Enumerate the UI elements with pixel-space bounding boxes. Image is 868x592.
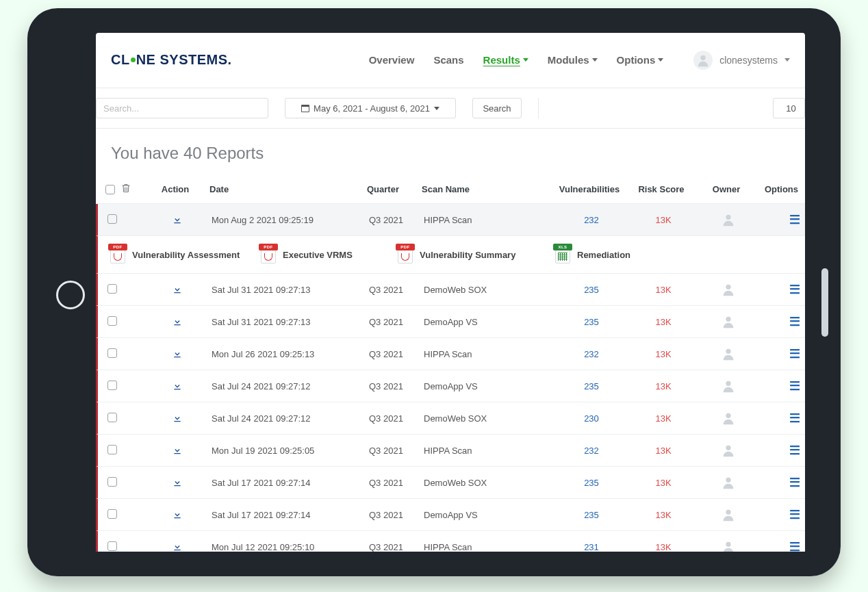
- select-all-checkbox[interactable]: [105, 185, 115, 194]
- main-nav: Overview Scans Results Modules Options: [369, 54, 664, 66]
- svg-point-4: [726, 349, 730, 354]
- row-options-button[interactable]: ☰: [759, 507, 805, 522]
- cell-scan-name: HIPPA Scan: [424, 215, 554, 225]
- svg-point-9: [726, 510, 730, 515]
- report-type-label: Executive VRMS: [283, 250, 353, 260]
- cell-scan-name: DemoWeb SOX: [424, 285, 554, 295]
- avatar-icon: [693, 51, 713, 70]
- cell-owner: [698, 212, 759, 227]
- row-options-button[interactable]: ☰: [759, 378, 805, 394]
- report-type-remediation[interactable]: Remediation: [555, 246, 692, 263]
- cell-owner: [698, 411, 759, 426]
- cell-vulnerabilities[interactable]: 235: [554, 317, 629, 327]
- row-options-button[interactable]: ☰: [759, 346, 805, 361]
- nav-scans[interactable]: Scans: [433, 54, 463, 66]
- download-button[interactable]: [143, 509, 212, 520]
- cell-risk-score: 13K: [629, 446, 698, 456]
- download-button[interactable]: [143, 381, 212, 391]
- cell-vulnerabilities[interactable]: 235: [554, 510, 629, 520]
- scrollbar[interactable]: [821, 268, 828, 337]
- row-options-button[interactable]: ☰: [759, 282, 805, 297]
- row-checkbox[interactable]: [107, 284, 117, 294]
- cell-vulnerabilities[interactable]: 235: [554, 381, 629, 391]
- row-checkbox[interactable]: [107, 477, 117, 487]
- download-button[interactable]: [143, 413, 212, 424]
- cell-risk-score: 13K: [629, 285, 698, 295]
- cell-scan-name: HIPPA Scan: [424, 446, 554, 456]
- row-options-button[interactable]: ☰: [759, 212, 805, 227]
- svg-point-6: [726, 413, 730, 418]
- cell-scan-name: DemoApp VS: [424, 317, 554, 327]
- nav-options[interactable]: Options: [617, 54, 664, 66]
- cell-owner: [698, 314, 759, 329]
- brand-logo: CLNE SYSTEMS.: [111, 52, 232, 68]
- date-range-picker[interactable]: May 6, 2021 - August 6, 2021: [285, 98, 456, 118]
- cell-vulnerabilities[interactable]: 235: [554, 285, 629, 295]
- nav-modules[interactable]: Modules: [548, 54, 598, 66]
- row-checkbox[interactable]: [107, 214, 117, 224]
- download-button[interactable]: [143, 445, 212, 456]
- cell-owner: [698, 539, 759, 552]
- col-risk-score: Risk Score: [627, 184, 695, 194]
- nav-results-label: Results: [483, 54, 520, 66]
- row-checkbox[interactable]: [107, 445, 117, 454]
- row-options-button[interactable]: ☰: [759, 411, 805, 426]
- cell-quarter: Q3 2021: [369, 446, 424, 456]
- row-options-button[interactable]: ☰: [759, 475, 805, 490]
- cell-quarter: Q3 2021: [369, 478, 424, 488]
- col-options: Options: [757, 184, 805, 194]
- row-checkbox[interactable]: [107, 381, 117, 390]
- search-input[interactable]: [96, 98, 268, 118]
- report-type-vuln-assessment[interactable]: Vulnerability Assessment: [110, 246, 261, 263]
- row-checkbox[interactable]: [107, 541, 117, 551]
- cell-vulnerabilities[interactable]: 231: [554, 542, 629, 552]
- user-menu[interactable]: clonesystems: [693, 51, 790, 70]
- report-type-vuln-summary[interactable]: Vulnerability Summary: [398, 246, 555, 263]
- svg-point-3: [726, 317, 730, 322]
- row-options-button[interactable]: ☰: [759, 539, 805, 552]
- cell-vulnerabilities[interactable]: 232: [554, 349, 629, 359]
- search-button[interactable]: Search: [472, 98, 522, 118]
- svg-point-1: [726, 215, 730, 220]
- device-home-button: [56, 281, 85, 309]
- nav-scans-label: Scans: [433, 54, 463, 66]
- cell-vulnerabilities[interactable]: 232: [554, 215, 629, 225]
- report-type-exec-vrms[interactable]: Executive VRMS: [261, 246, 398, 263]
- row-checkbox[interactable]: [107, 413, 117, 422]
- header: CLNE SYSTEMS. Overview Scans Results Mod…: [96, 33, 805, 88]
- report-type-label: Vulnerability Assessment: [132, 250, 240, 260]
- cell-owner: [698, 475, 759, 490]
- page-size-select[interactable]: 10: [773, 98, 805, 118]
- nav-results[interactable]: Results: [483, 54, 528, 66]
- search-button-label: Search: [483, 103, 511, 114]
- row-checkbox[interactable]: [107, 316, 117, 326]
- report-type-label: Vulnerability Summary: [420, 250, 515, 260]
- download-button[interactable]: [143, 284, 212, 295]
- cell-scan-name: DemoWeb SOX: [424, 413, 554, 424]
- row-checkbox[interactable]: [107, 509, 117, 519]
- cell-vulnerabilities[interactable]: 230: [554, 413, 629, 424]
- svg-point-10: [726, 542, 730, 547]
- row-checkbox[interactable]: [107, 348, 117, 358]
- chevron-down-icon: [658, 58, 663, 62]
- date-range-label: May 6, 2021 - August 6, 2021: [314, 103, 430, 114]
- table-row: Sat Jul 24 2021 09:27:12 Q3 2021 DemoApp…: [96, 370, 805, 402]
- download-button[interactable]: [143, 214, 212, 225]
- col-owner: Owner: [695, 184, 757, 194]
- table-row: Mon Aug 2 2021 09:25:19 Q3 2021 HIPPA Sc…: [96, 204, 805, 236]
- download-button[interactable]: [143, 541, 212, 552]
- cell-quarter: Q3 2021: [369, 510, 424, 520]
- cell-vulnerabilities[interactable]: 232: [554, 446, 629, 456]
- cell-risk-score: 13K: [629, 413, 698, 424]
- download-button[interactable]: [143, 316, 212, 327]
- row-options-button[interactable]: ☰: [759, 443, 805, 458]
- delete-icon[interactable]: [120, 182, 131, 196]
- table-row: Sat Jul 17 2021 09:27:14 Q3 2021 DemoWeb…: [96, 467, 805, 499]
- cell-vulnerabilities[interactable]: 235: [554, 478, 629, 488]
- row-options-button[interactable]: ☰: [759, 314, 805, 329]
- brand-part1: CL: [111, 52, 130, 67]
- download-button[interactable]: [143, 477, 212, 488]
- nav-overview[interactable]: Overview: [369, 54, 415, 66]
- download-button[interactable]: [143, 348, 212, 359]
- col-vulnerabilities: Vulnerabilities: [552, 184, 627, 194]
